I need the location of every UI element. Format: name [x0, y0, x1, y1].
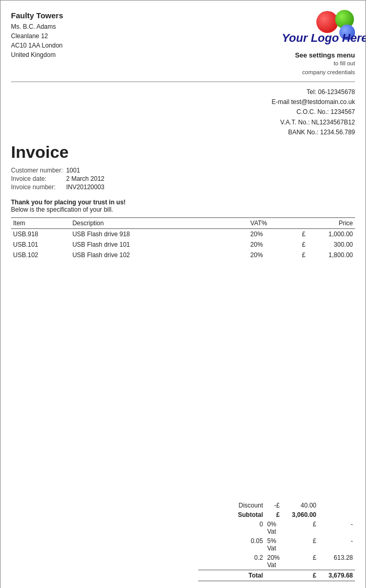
tel: Tel: 06-12345678 [11, 87, 355, 97]
discount-sym: -£ [265, 501, 282, 510]
row-item: USB.918 [11, 228, 70, 239]
vat20-rate: 0.2 [198, 553, 265, 570]
vat-row-0: 0 0% Vat £ - [198, 520, 355, 536]
company-address1: Cleanlane 12 [11, 31, 63, 41]
logo-area: Your Logo Here See settings menu to fill… [282, 10, 355, 76]
company-contact: Ms. B.C. Adams [11, 22, 63, 31]
row-sym: £ [296, 250, 308, 260]
invoice-details: Customer number: 1001 Invoice date: 2 Ma… [11, 166, 355, 191]
coc: C.O.C. No.: 1234567 [11, 107, 355, 117]
row-desc: USB Flash drive 918 [70, 228, 248, 239]
vat20-sym: £ [282, 553, 318, 570]
total-value: 3,679.68 [318, 570, 355, 581]
row-sym: £ [296, 239, 308, 250]
vat-number: V.A.T. No.: NL1234567B12 [11, 118, 355, 128]
row-vat: 20% [248, 250, 296, 260]
table-row: USB.101 USB Flash drive 101 20% £ 300.00 [11, 239, 355, 250]
number-label: Invoice number: [11, 183, 66, 191]
col-header-vat: VAT% [248, 217, 296, 228]
row-vat: 20% [248, 239, 296, 250]
email: E-mail test@testdomain.co.uk [11, 97, 355, 107]
col-header-item: Item [11, 217, 70, 228]
vat20-value: 613.28 [318, 553, 355, 570]
row-price: 1,800.00 [307, 250, 355, 260]
discount-row: Discount -£ 40.00 [198, 501, 355, 510]
vat5-rate: 0.05 [198, 536, 265, 553]
date-label: Invoice date: [11, 175, 66, 183]
items-table: Item Description VAT% Price USB.918 USB … [11, 217, 355, 260]
row-item: USB.101 [11, 239, 70, 250]
subtotal-row: Subtotal £ 3,060.00 [198, 510, 355, 520]
header-divider [11, 82, 355, 82]
total-sym: £ [282, 570, 318, 581]
number-value: INV20120003 [66, 183, 107, 191]
bank: BANK No.: 1234.56.789 [11, 128, 355, 137]
company-address3: United Kingdom [11, 50, 63, 60]
vat-row-20: 0.2 20% Vat £ 613.28 [198, 553, 355, 570]
vat20-label: 20% Vat [265, 553, 282, 570]
company-info: Faulty Towers Ms. B.C. Adams Cleanlane 1… [11, 10, 63, 60]
settings-menu-label[interactable]: See settings menu [295, 51, 355, 59]
company-name: Faulty Towers [11, 10, 63, 22]
row-vat: 20% [248, 228, 296, 239]
vat5-sym: £ [282, 536, 318, 553]
logo-text: Your Logo Here [282, 31, 366, 45]
customer-label: Customer number: [11, 166, 66, 175]
subtotal-value: 3,060.00 [282, 510, 318, 520]
discount-value: 40.00 [282, 501, 318, 510]
row-sym: £ [296, 228, 308, 239]
summary-area: Discount -£ 40.00 Subtotal £ 3,060.00 0 … [11, 501, 355, 581]
thank-you-section: Thank you for placing your trust in us! … [11, 199, 355, 213]
vat0-label: 0% Vat [265, 520, 282, 536]
vat-row-5: 0.05 5% Vat £ - [198, 536, 355, 553]
row-desc: USB Flash drive 102 [70, 250, 248, 260]
invoice-title: Invoice [11, 143, 355, 162]
vat5-value: - [318, 536, 355, 553]
subtotal-sym: £ [265, 510, 282, 520]
contact-info: Tel: 06-12345678 E-mail test@testdomain.… [11, 87, 355, 137]
date-value: 2 March 2012 [66, 175, 107, 183]
vat0-sym: £ [282, 520, 318, 536]
company-address2: AC10 1AA London [11, 41, 63, 50]
row-price: 1,000.00 [307, 228, 355, 239]
row-desc: USB Flash drive 101 [70, 239, 248, 250]
subtotal-label: Subtotal [198, 510, 265, 520]
customer-value: 1001 [66, 166, 107, 175]
settings-sub1: to fill out [334, 59, 355, 68]
row-price: 300.00 [307, 239, 355, 250]
table-row: USB.918 USB Flash drive 918 20% £ 1,000.… [11, 228, 355, 239]
discount-label: Discount [198, 501, 265, 510]
summary-table: Discount -£ 40.00 Subtotal £ 3,060.00 0 … [198, 501, 355, 581]
vat0-rate: 0 [198, 520, 265, 536]
thank-you-line2: Below is the specification of your bill. [11, 206, 355, 213]
vat5-label: 5% Vat [265, 536, 282, 553]
thank-you-line1: Thank you for placing your trust in us! [11, 199, 355, 206]
col-header-price: Price [307, 217, 355, 228]
col-header-desc: Description [70, 217, 248, 228]
row-item: USB.102 [11, 250, 70, 260]
logo-graphic: Your Logo Here [282, 10, 355, 49]
col-header-sym [296, 217, 308, 228]
total-row: Total £ 3,679.68 [198, 570, 355, 581]
vat0-value: - [318, 520, 355, 536]
total-label: Total [198, 570, 265, 581]
bubble-red-icon [316, 11, 338, 33]
settings-sub2: company credentials [302, 68, 355, 77]
table-row: USB.102 USB Flash drive 102 20% £ 1,800.… [11, 250, 355, 260]
